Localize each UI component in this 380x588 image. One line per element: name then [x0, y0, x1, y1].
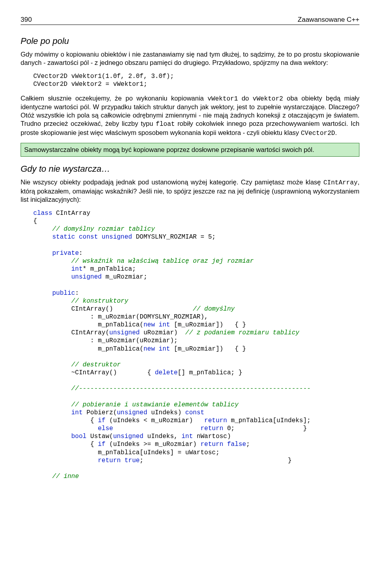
section-title-2: Gdy to nie wystarcza…: [21, 164, 359, 174]
inline-code: CIntArray: [323, 179, 357, 186]
section-title-1: Pole po polu: [21, 36, 359, 46]
inline-code: vWektor1: [207, 95, 238, 102]
highlight-note: Samowystarczalne obiekty mogą być kopiow…: [21, 143, 359, 157]
para-2: Całkiem słusznie oczekujemy, że po wykon…: [21, 94, 359, 138]
page-header: 390 Zaawansowane C++: [21, 16, 359, 25]
page: 390 Zaawansowane C++ Pole po polu Gdy mó…: [0, 0, 380, 494]
para-3: Nie wszyscy obiekty podpadają jednak pod…: [21, 178, 359, 204]
para-1: Gdy mówimy o kopiowaniu obiektów i nie z…: [21, 50, 359, 67]
code-line: CVector2D vWektor1(1.0f, 2.0f, 3.0f);: [33, 73, 174, 80]
page-number: 390: [21, 16, 32, 24]
code-block-1: CVector2D vWektor1(1.0f, 2.0f, 3.0f); CV…: [33, 72, 359, 88]
code-block-2: class CIntArray { // domyślny rozmiar ta…: [33, 209, 359, 480]
inline-code: vWektor2: [253, 95, 283, 102]
code-line: CVector2D vWektor2 = vWektor1;: [33, 81, 147, 88]
inline-code: CVector2D: [301, 130, 335, 137]
inline-code: float: [156, 121, 175, 128]
header-title: Zaawansowane C++: [298, 16, 359, 24]
